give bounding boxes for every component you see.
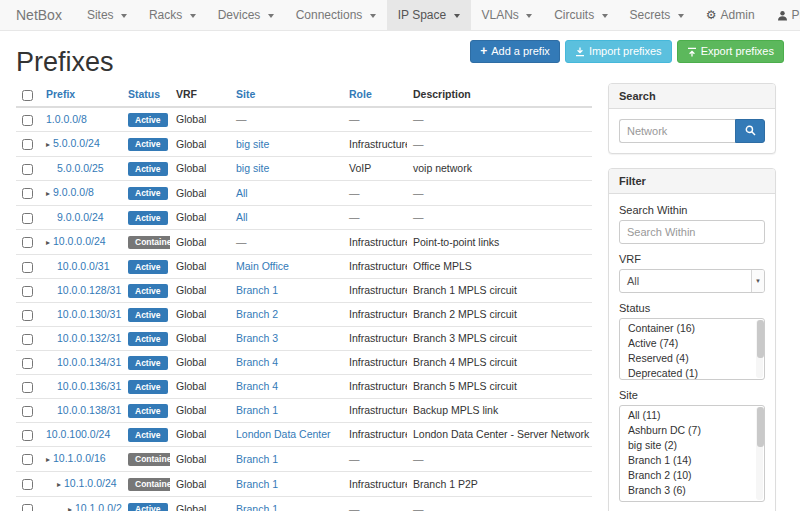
nav-item-vlans[interactable]: VLANs xyxy=(471,0,544,30)
prefix-link[interactable]: 10.0.100.0/24 xyxy=(46,428,110,440)
status-label: Status xyxy=(619,302,765,314)
vrf-select[interactable]: All ▼ xyxy=(619,269,765,293)
site-link[interactable]: Branch 1 xyxy=(236,453,278,465)
nav-item-secrets[interactable]: Secrets xyxy=(619,0,695,30)
description-cell: — xyxy=(407,496,592,511)
site-option[interactable]: big site (2) xyxy=(620,438,764,453)
prefix-table: PrefixStatusVRFSiteRoleDescription 1.0.0… xyxy=(16,83,592,511)
site-link[interactable]: Branch 2 xyxy=(236,308,278,320)
row-checkbox[interactable] xyxy=(22,115,33,126)
prefix-link[interactable]: 10.0.0.0/24 xyxy=(53,235,106,247)
prefix-cell: 10.0.0.138/31 xyxy=(40,398,122,422)
search-button[interactable] xyxy=(735,119,765,143)
prefix-link[interactable]: 10.1.0.0/25 xyxy=(75,502,122,511)
site-link[interactable]: Branch 4 xyxy=(236,356,278,368)
site-link[interactable]: big site xyxy=(236,138,269,150)
site-link[interactable]: big site xyxy=(236,162,269,174)
row-checkbox[interactable] xyxy=(22,479,33,490)
status-option[interactable]: Container (16) xyxy=(620,321,764,336)
description-cell: Branch 3 MPLS circuit xyxy=(407,326,592,350)
nav-item-circuits[interactable]: Circuits xyxy=(543,0,618,30)
site-option[interactable]: Branch 2 (10) xyxy=(620,468,764,483)
site-link[interactable]: Branch 1 xyxy=(236,503,278,511)
select-caret-icon: ▼ xyxy=(751,270,764,292)
status-option[interactable]: Deprecated (1) xyxy=(620,366,764,380)
column-header-site[interactable]: Site xyxy=(230,83,343,107)
prefix-link[interactable]: 9.0.0.0/8 xyxy=(53,186,94,198)
status-option[interactable]: Reserved (4) xyxy=(620,351,764,366)
nav-item-racks[interactable]: Racks xyxy=(138,0,207,30)
site-link[interactable]: Branch 4 xyxy=(236,380,278,392)
table-row: 10.0.100.0/24ActiveGlobalLondon Data Cen… xyxy=(16,422,592,446)
site-option[interactable]: Branch 3 (6) xyxy=(620,483,764,498)
status-cell: Active xyxy=(122,496,170,511)
import-prefixes-button[interactable]: Import prefixes xyxy=(565,40,672,63)
site-option[interactable]: Ashburn DC (7) xyxy=(620,423,764,438)
row-checkbox[interactable] xyxy=(22,237,33,248)
column-header-status[interactable]: Status xyxy=(122,83,170,107)
site-link[interactable]: All xyxy=(236,187,248,199)
prefix-link[interactable]: 10.0.0.132/31 xyxy=(57,332,121,344)
prefix-link[interactable]: 1.0.0.0/8 xyxy=(46,113,87,125)
row-checkbox[interactable] xyxy=(22,454,33,465)
row-checkbox[interactable] xyxy=(22,164,33,175)
prefix-link[interactable]: 10.0.0.0/31 xyxy=(57,260,110,272)
row-checkbox[interactable] xyxy=(22,310,33,321)
site-link[interactable]: Branch 3 xyxy=(236,332,278,344)
row-checkbox[interactable] xyxy=(22,406,33,417)
select-all-checkbox[interactable] xyxy=(22,90,33,101)
site-link[interactable]: Branch 1 xyxy=(236,404,278,416)
vrf-cell: Global xyxy=(170,350,230,374)
prefix-link[interactable]: 10.1.0.0/24 xyxy=(64,477,117,489)
prefix-link[interactable]: 5.0.0.0/25 xyxy=(57,162,104,174)
site-option[interactable]: All (11) xyxy=(620,408,764,423)
search-input[interactable] xyxy=(619,119,735,143)
export-prefixes-button[interactable]: Export prefixes xyxy=(677,40,784,63)
scrollbar-thumb[interactable] xyxy=(757,320,764,358)
nav-item-admin[interactable]: ⚙Admin xyxy=(695,0,766,30)
row-checkbox[interactable] xyxy=(22,382,33,393)
site-link[interactable]: Main Office xyxy=(236,260,289,272)
nav-item-devices[interactable]: Devices xyxy=(207,0,285,30)
add-prefix-button[interactable]: + Add a prefix xyxy=(470,40,560,63)
site-link[interactable]: London Data Center xyxy=(236,428,331,440)
nav-item-ip-space[interactable]: IP Space xyxy=(387,0,471,30)
status-badge: Active xyxy=(128,428,168,442)
site-option[interactable]: Branch 4 (12) xyxy=(620,498,764,502)
column-header-role[interactable]: Role xyxy=(343,83,407,107)
prefix-link[interactable]: 9.0.0.0/24 xyxy=(57,211,104,223)
site-link[interactable]: All xyxy=(236,211,248,223)
site-option[interactable]: Branch 1 (14) xyxy=(620,453,764,468)
nav-item-profile[interactable]: Profile xyxy=(766,0,800,30)
prefix-link[interactable]: 10.1.0.0/16 xyxy=(53,452,106,464)
prefix-link[interactable]: 10.0.0.128/31 xyxy=(57,284,121,296)
row-checkbox[interactable] xyxy=(22,286,33,297)
row-checkbox[interactable] xyxy=(22,262,33,273)
row-checkbox[interactable] xyxy=(22,334,33,345)
status-badge: Active xyxy=(128,138,168,152)
nav-item-connections[interactable]: Connections xyxy=(285,0,387,30)
brand-link[interactable]: NetBox xyxy=(0,0,76,30)
chevron-down-icon xyxy=(454,14,460,18)
vrf-cell: Global xyxy=(170,398,230,422)
row-checkbox[interactable] xyxy=(22,358,33,369)
row-checkbox[interactable] xyxy=(22,430,33,441)
nav-item-sites[interactable]: Sites xyxy=(76,0,138,30)
prefix-link[interactable]: 5.0.0.0/24 xyxy=(53,137,100,149)
status-option[interactable]: Active (74) xyxy=(620,336,764,351)
site-link[interactable]: Branch 1 xyxy=(236,284,278,296)
row-checkbox[interactable] xyxy=(22,139,33,150)
prefix-link[interactable]: 10.0.0.136/31 xyxy=(57,380,121,392)
description-cell: Office MPLS xyxy=(407,254,592,278)
prefix-link[interactable]: 10.0.0.138/31 xyxy=(57,404,121,416)
row-select-cell xyxy=(16,107,40,132)
scrollbar-thumb[interactable] xyxy=(757,407,764,447)
site-link[interactable]: Branch 1 xyxy=(236,478,278,490)
row-checkbox[interactable] xyxy=(22,504,33,511)
row-checkbox[interactable] xyxy=(22,213,33,224)
search-within-input[interactable] xyxy=(619,220,765,244)
prefix-link[interactable]: 10.0.0.130/31 xyxy=(57,308,121,320)
prefix-link[interactable]: 10.0.0.134/31 xyxy=(57,356,121,368)
column-header-prefix[interactable]: Prefix xyxy=(40,83,122,107)
row-checkbox[interactable] xyxy=(22,188,33,199)
